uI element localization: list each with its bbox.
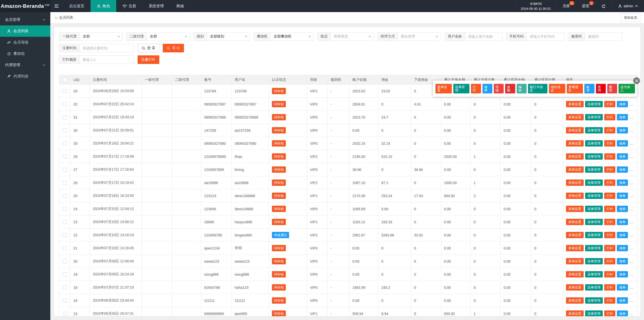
row-checkbox[interactable] — [63, 115, 67, 119]
popup-action-禁用[interactable]: 禁用 — [596, 84, 606, 93]
action-button-派单设置[interactable]: 派单设置 — [566, 310, 584, 316]
row-checkbox[interactable] — [63, 168, 67, 172]
action-button-派单设置[interactable]: 派单设置 — [566, 232, 584, 238]
action-button-连单管理[interactable]: 连单管理 — [585, 219, 603, 225]
export-button[interactable]: 导 出 — [163, 44, 184, 52]
more-actions-button[interactable]: … — [629, 141, 634, 146]
more-actions-button[interactable]: … — [629, 167, 634, 172]
sidebar-item-会员列表[interactable]: 会员列表 — [0, 25, 50, 37]
filter-select-状态[interactable]: 所有状态 — [331, 32, 374, 41]
more-actions-button[interactable]: … — [629, 128, 634, 132]
hamburger-menu-icon[interactable] — [50, 0, 63, 12]
action-button-做单[interactable]: 做单 — [617, 297, 628, 304]
action-button-做单[interactable]: 做单 — [617, 127, 628, 133]
sidebar-item-会员等级[interactable]: 会员等级 — [0, 37, 50, 48]
filter-select-二级代理[interactable]: 全部 — [147, 32, 190, 41]
more-actions-button[interactable]: … — [629, 154, 634, 159]
row-checkbox[interactable] — [63, 207, 67, 211]
topnav-item-角色[interactable]: 角色 — [91, 0, 116, 12]
batch-inject-button[interactable]: 批量打针 — [138, 55, 159, 64]
popup-action-账变[interactable]: 账变 — [584, 84, 594, 93]
action-button-连单管理[interactable]: 连单管理 — [585, 271, 603, 277]
withdraw-menu[interactable]: 提现 0 — [576, 0, 595, 12]
action-button-打针[interactable]: 打针 — [604, 271, 615, 277]
inject-range-input[interactable] — [80, 56, 134, 64]
action-button-派单设置[interactable]: 派单设置 — [566, 245, 584, 251]
row-checkbox[interactable] — [63, 233, 67, 237]
action-button-做单[interactable]: 做单 — [617, 153, 628, 160]
more-actions-button[interactable]: … — [629, 246, 634, 250]
filter-select-叠加组[interactable]: 全部叠加组 — [271, 32, 313, 41]
more-actions-button[interactable]: … — [629, 272, 634, 276]
more-actions-button[interactable]: … — [629, 181, 634, 185]
action-button-打针[interactable]: 打针 — [604, 166, 615, 173]
popup-action-地址信息[interactable]: 地址信息 — [549, 84, 565, 93]
user-menu[interactable]: admin — [612, 0, 644, 12]
more-actions-button[interactable]: … — [629, 233, 634, 237]
action-button-派单设置[interactable]: 派单设置 — [566, 193, 584, 199]
row-checkbox[interactable] — [63, 102, 67, 106]
row-checkbox[interactable] — [63, 128, 67, 132]
row-checkbox[interactable] — [63, 220, 67, 224]
popup-action-等级[interactable]: 等级 — [494, 84, 504, 93]
close-icon[interactable] — [633, 77, 640, 84]
filter-input-邀请码[interactable] — [585, 32, 622, 41]
action-button-打针[interactable]: 打针 — [604, 193, 615, 199]
action-button-打针[interactable]: 打针 — [604, 180, 615, 186]
row-checkbox[interactable] — [63, 194, 67, 198]
action-button-派单设置[interactable]: 派单设置 — [566, 297, 584, 304]
filter-input-手机号码[interactable] — [527, 32, 564, 41]
filter-select-排序方式[interactable]: 默认排序 — [398, 32, 441, 41]
action-button-做单[interactable]: 做单 — [617, 114, 628, 120]
action-button-连单管理[interactable]: 连单管理 — [585, 193, 603, 199]
action-button-做单[interactable]: 做单 — [617, 140, 628, 147]
sidebar-group-会员管理[interactable]: 会员管理 — [0, 14, 50, 25]
action-button-连单管理[interactable]: 连单管理 — [585, 127, 603, 133]
topnav-item-商城[interactable]: 商城 — [170, 0, 190, 12]
recharge-menu[interactable]: 充值 15 — [557, 0, 576, 12]
popup-action-打针[interactable]: 打针 — [471, 84, 481, 93]
action-button-做单[interactable]: 做单 — [617, 258, 628, 264]
more-actions-button[interactable]: … — [629, 102, 634, 106]
row-checkbox[interactable] — [63, 272, 67, 276]
action-button-连单管理[interactable]: 连单管理 — [585, 245, 603, 251]
action-button-派单设置[interactable]: 派单设置 — [566, 284, 584, 291]
topnav-item-交易[interactable]: 交易 — [116, 0, 142, 12]
action-button-派单设置[interactable]: 派单设置 — [566, 206, 584, 212]
action-button-打针[interactable]: 打针 — [604, 219, 615, 225]
action-button-做单[interactable]: 做单 — [617, 101, 628, 107]
row-checkbox[interactable] — [63, 141, 67, 146]
filter-select-级别[interactable]: 全部级别 — [207, 32, 250, 41]
action-button-派单设置[interactable]: 派单设置 — [566, 114, 584, 120]
sidebar-group-代理管理[interactable]: 代理管理 — [0, 59, 50, 71]
action-button-连单管理[interactable]: 连单管理 — [585, 258, 603, 264]
action-button-派单设置[interactable]: 派单设置 — [566, 153, 584, 160]
more-actions-button[interactable]: … — [629, 298, 634, 303]
action-button-连单管理[interactable]: 连单管理 — [585, 114, 603, 120]
more-actions-button[interactable]: … — [629, 285, 634, 290]
filter-select-一级代理[interactable]: 全部 — [80, 32, 123, 41]
action-button-做单[interactable]: 做单 — [617, 310, 628, 316]
action-button-做单[interactable]: 做单 — [617, 232, 628, 238]
popup-action-余额[interactable]: 余额 — [505, 84, 515, 93]
row-checkbox[interactable] — [63, 155, 67, 159]
popup-action-银行卡信息[interactable]: 银行卡信息 — [528, 84, 547, 93]
popup-action-删除[interactable]: 删除 — [607, 84, 617, 93]
popup-action-设为假人[interactable]: 设为假人 — [619, 84, 635, 93]
action-button-连单管理[interactable]: 连单管理 — [585, 153, 603, 160]
more-actions-button[interactable]: … — [629, 115, 634, 119]
more-actions-button[interactable]: … — [629, 259, 634, 263]
action-button-连单管理[interactable]: 连单管理 — [585, 310, 603, 316]
action-button-打针[interactable]: 打针 — [604, 206, 615, 212]
row-checkbox[interactable] — [63, 286, 67, 290]
action-button-派单设置[interactable]: 派单设置 — [566, 166, 584, 173]
action-button-打针[interactable]: 打针 — [604, 153, 615, 160]
action-button-派单设置[interactable]: 派单设置 — [566, 101, 584, 107]
action-button-连单管理[interactable]: 连单管理 — [585, 101, 603, 107]
row-checkbox[interactable] — [63, 89, 67, 93]
row-checkbox[interactable] — [63, 299, 67, 303]
more-actions-button[interactable]: … — [629, 220, 634, 224]
popup-action-查看团队[interactable]: 查看团队 — [567, 84, 583, 93]
action-button-做单[interactable]: 做单 — [617, 193, 628, 199]
action-button-派单设置[interactable]: 派单设置 — [566, 258, 584, 264]
